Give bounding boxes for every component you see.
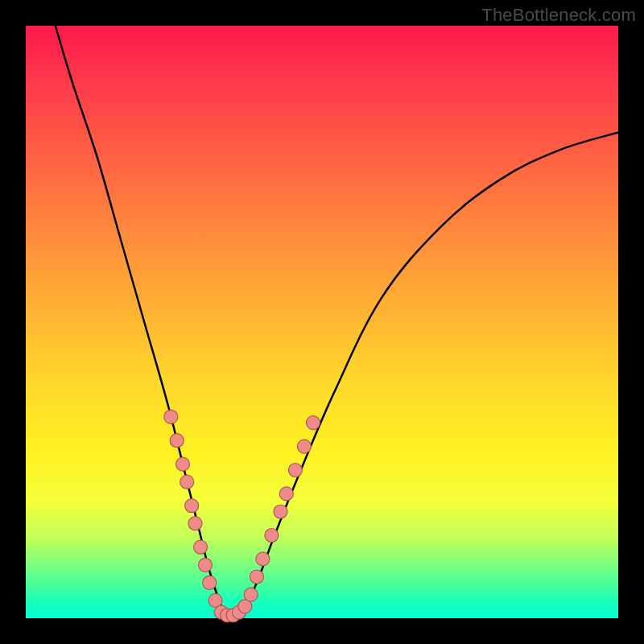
marker-dot	[307, 416, 320, 430]
marker-dot	[256, 552, 270, 566]
marker-dot	[194, 540, 208, 554]
marker-dot	[297, 440, 311, 453]
bottleneck-curve	[56, 26, 618, 620]
marker-dot	[164, 410, 178, 423]
marker-dot	[250, 570, 264, 584]
marker-dot	[244, 588, 258, 601]
marker-dot	[279, 487, 293, 501]
marker-dot	[170, 434, 184, 448]
marker-dot	[185, 499, 199, 513]
watermark-text: TheBottleneck.com	[481, 5, 636, 26]
marker-dot	[180, 475, 194, 489]
plot-area	[26, 26, 618, 618]
marker-dot	[188, 517, 202, 530]
marker-dot	[176, 457, 190, 471]
marker-dot	[288, 464, 302, 477]
chart-frame: TheBottleneck.com	[0, 0, 644, 644]
marker-dot	[265, 529, 279, 543]
marker-dots	[164, 410, 320, 622]
marker-dot	[274, 505, 287, 518]
curve-svg	[26, 26, 618, 618]
marker-dot	[199, 558, 213, 572]
marker-dot	[203, 576, 217, 589]
